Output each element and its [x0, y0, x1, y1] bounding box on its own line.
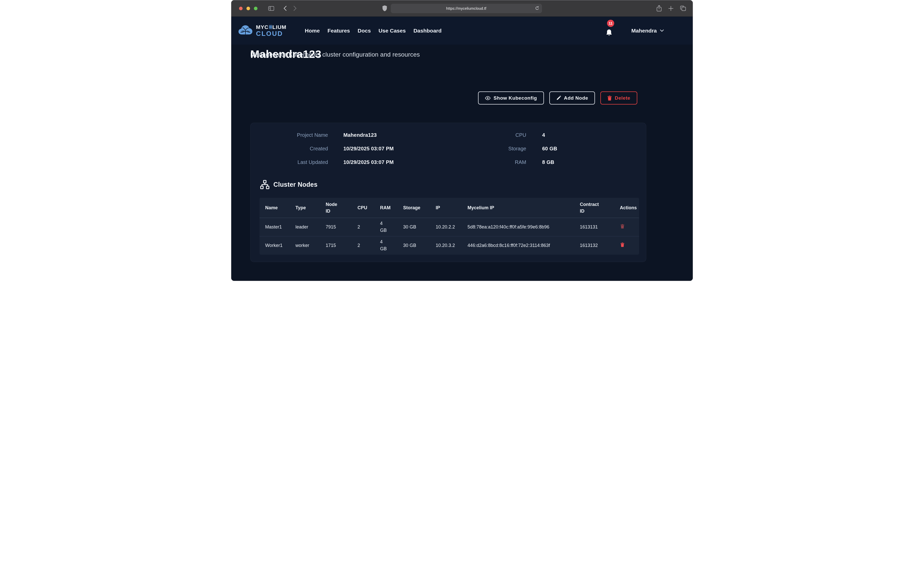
brand-logo[interactable]: MYCLIUM CLOUD — [238, 24, 286, 37]
cell-storage: 30 GB — [398, 218, 430, 236]
col-actions: Actions — [614, 198, 639, 218]
ram-row: RAM 8 GB — [446, 159, 557, 166]
col-ip: IP — [430, 198, 462, 218]
add-node-button[interactable]: Add Node — [549, 91, 595, 105]
page-content: Mahendra123 — [231, 16, 693, 281]
nav-link-docs[interactable]: Docs — [358, 28, 371, 34]
nav-link-dashboard[interactable]: Dashboard — [413, 28, 442, 34]
col-name: Name — [260, 198, 290, 218]
project-info-right: CPU 4 Storage 60 GB RAM 8 GB — [446, 132, 557, 166]
trash-icon — [620, 242, 624, 247]
show-kubeconfig-button[interactable]: Show Kubeconfig — [478, 91, 544, 105]
col-contract-id: Contract ID — [574, 198, 614, 218]
cell-ip: 10.20.2.2 — [430, 218, 462, 236]
cluster-nodes-header: Cluster Nodes — [260, 180, 318, 189]
cell-actions — [614, 218, 639, 236]
delete-node-button[interactable] — [620, 223, 625, 229]
col-mycelium-ip: Mycelium IP — [462, 198, 574, 218]
user-name: Mahendra — [632, 28, 657, 34]
field-value: 10/29/2025 03:07 PM — [344, 159, 394, 165]
cell-mycelium-ip: 446:d2a6:8bcd:8c16:ff0f:72e2:3114:863f — [462, 236, 574, 255]
field-value: 4 — [542, 132, 545, 138]
table-row: Worker1 worker 1715 2 4 GB 30 GB 10.20.3… — [260, 236, 639, 255]
browser-window: https://myceliumcloud.tf — [231, 0, 693, 281]
user-menu[interactable]: Mahendra — [632, 28, 664, 34]
project-card: Project Name Mahendra123 Created 10/29/2… — [250, 123, 646, 262]
nav-link-features[interactable]: Features — [327, 28, 350, 34]
cell-ram: 4 GB — [374, 218, 398, 236]
back-icon[interactable] — [284, 6, 287, 11]
delete-cluster-button[interactable]: Delete — [600, 91, 637, 105]
col-cpu: CPU — [352, 198, 374, 218]
col-storage: Storage — [398, 198, 430, 218]
field-value: 60 GB — [542, 146, 557, 152]
cell-contract-id: 1613132 — [574, 236, 614, 255]
last-updated-row: Last Updated 10/29/2025 03:07 PM — [261, 159, 394, 166]
privacy-shield-icon[interactable] — [382, 5, 387, 12]
browser-chrome: https://myceliumcloud.tf — [231, 0, 693, 16]
cell-ip: 10.20.3.2 — [430, 236, 462, 255]
url-bar[interactable]: https://myceliumcloud.tf — [391, 4, 542, 13]
mycelium-cloud-logo-icon — [238, 24, 253, 37]
minimize-window-button[interactable] — [246, 7, 250, 10]
cluster-nodes-table: Name Type Node ID CPU RAM Storage IP Myc… — [260, 198, 639, 255]
traffic-lights — [239, 7, 258, 10]
eye-icon — [485, 96, 490, 100]
tab-overview-icon[interactable] — [680, 6, 686, 11]
nav-link-home[interactable]: Home — [305, 28, 320, 34]
chevron-down-icon — [660, 29, 664, 32]
pencil-icon — [556, 96, 561, 100]
delete-node-button[interactable] — [620, 242, 625, 248]
field-label: Project Name — [261, 132, 328, 138]
close-window-button[interactable] — [239, 7, 243, 10]
trash-icon — [607, 96, 612, 101]
cluster-nodes-title: Cluster Nodes — [273, 181, 318, 188]
col-ram: RAM — [374, 198, 398, 218]
sitemap-icon — [260, 180, 270, 189]
table-row: Master1 leader 7915 2 4 GB 30 GB 10.20.2… — [260, 218, 639, 236]
field-label: Storage — [446, 146, 526, 152]
bell-icon — [605, 29, 613, 38]
trash-icon — [620, 224, 624, 229]
cell-cpu: 2 — [352, 236, 374, 255]
field-value: Mahendra123 — [344, 132, 377, 138]
notifications-button[interactable]: 11 — [605, 23, 615, 38]
project-info-left: Project Name Mahendra123 Created 10/29/2… — [261, 132, 394, 166]
cell-type: worker — [290, 236, 320, 255]
reload-icon[interactable] — [535, 6, 539, 11]
field-value: 8 GB — [542, 159, 554, 165]
field-value: 10/29/2025 03:07 PM — [344, 146, 394, 152]
col-type: Type — [290, 198, 320, 218]
notification-badge: 11 — [607, 20, 614, 27]
table-header-row: Name Type Node ID CPU RAM Storage IP Myc… — [260, 198, 639, 218]
top-navbar: MYCLIUM CLOUD Home Features Docs Use Cas… — [231, 16, 693, 45]
cell-cpu: 2 — [352, 218, 374, 236]
col-node-id: Node ID — [320, 198, 352, 218]
new-tab-icon[interactable] — [668, 6, 674, 11]
sidebar-toggle-icon[interactable] — [268, 6, 274, 11]
cell-storage: 30 GB — [398, 236, 430, 255]
zoom-window-button[interactable] — [254, 7, 258, 10]
storage-row: Storage 60 GB — [446, 146, 557, 152]
nav-links: Home Features Docs Use Cases Dashboard — [305, 28, 442, 34]
cell-contract-id: 1613131 — [574, 218, 614, 236]
cell-name: Worker1 — [260, 236, 290, 255]
field-label: Last Updated — [261, 159, 328, 165]
brand-e-bars-icon — [269, 25, 272, 29]
created-row: Created 10/29/2025 03:07 PM — [261, 146, 394, 152]
page-title: Mahendra123 — [250, 49, 321, 60]
cpu-row: CPU 4 — [446, 132, 557, 138]
cell-actions — [614, 236, 639, 255]
url-text: https://myceliumcloud.tf — [446, 6, 486, 10]
cell-name: Master1 — [260, 218, 290, 236]
forward-icon[interactable] — [293, 6, 297, 11]
project-name-row: Project Name Mahendra123 — [261, 132, 394, 138]
field-label: RAM — [446, 159, 526, 165]
cell-node-id: 7915 — [320, 218, 352, 236]
share-icon[interactable] — [657, 5, 662, 12]
nav-link-use-cases[interactable]: Use Cases — [378, 28, 406, 34]
brand-name-top: MYCLIUM — [256, 24, 286, 30]
field-label: CPU — [446, 132, 526, 138]
cell-type: leader — [290, 218, 320, 236]
field-label: Created — [261, 146, 328, 152]
